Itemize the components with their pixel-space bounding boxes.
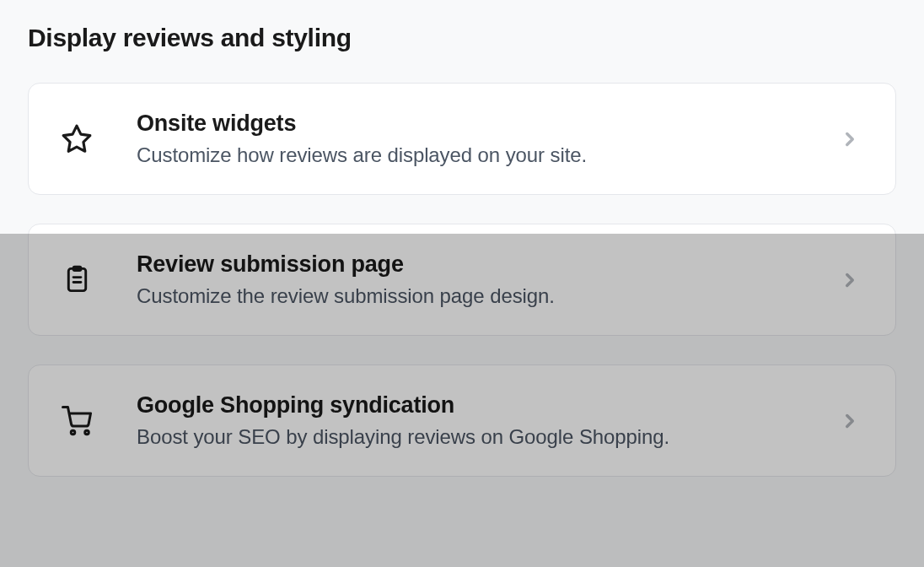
setting-title: Google Shopping syndication [137, 392, 838, 418]
svg-rect-1 [68, 268, 85, 290]
page-title: Display reviews and styling [28, 24, 896, 52]
chevron-right-icon [838, 127, 862, 151]
setting-title: Onsite widgets [137, 111, 838, 137]
setting-description: Customize how reviews are displayed on y… [137, 143, 838, 167]
cart-icon [59, 403, 94, 439]
setting-description: Customize the review submission page des… [137, 284, 838, 308]
setting-review-submission-page[interactable]: Review submission page Customize the rev… [28, 224, 896, 336]
setting-title: Review submission page [137, 251, 838, 278]
svg-point-5 [71, 430, 75, 435]
star-icon [59, 122, 94, 157]
svg-point-6 [85, 430, 89, 435]
setting-description: Boost your SEO by displaying reviews on … [137, 425, 838, 449]
clipboard-icon [59, 262, 94, 298]
setting-onsite-widgets[interactable]: Onsite widgets Customize how reviews are… [28, 83, 896, 195]
chevron-right-icon [838, 268, 862, 292]
setting-google-shopping-syndication[interactable]: Google Shopping syndication Boost your S… [28, 364, 896, 477]
chevron-right-icon [838, 409, 862, 433]
svg-marker-0 [63, 126, 90, 151]
